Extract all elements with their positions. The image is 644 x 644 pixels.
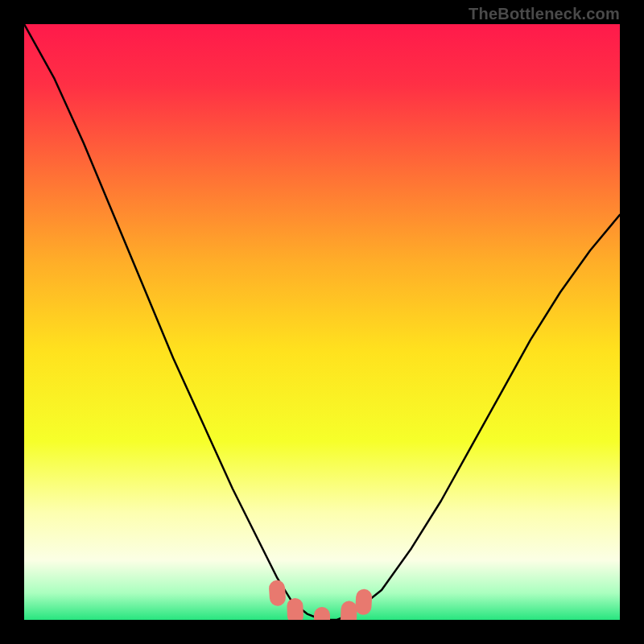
- chart-frame: TheBottleneck.com: [0, 0, 644, 644]
- curve-marker: [287, 598, 303, 620]
- plot-area: [24, 24, 620, 620]
- curve-marker: [314, 607, 330, 620]
- curve-markers: [268, 580, 372, 620]
- curve-marker: [355, 588, 373, 615]
- watermark-text: TheBottleneck.com: [469, 5, 620, 23]
- curve-marker: [341, 601, 357, 620]
- curve-layer: [24, 24, 620, 620]
- bottleneck-curve: [24, 24, 620, 620]
- curve-marker: [268, 580, 286, 606]
